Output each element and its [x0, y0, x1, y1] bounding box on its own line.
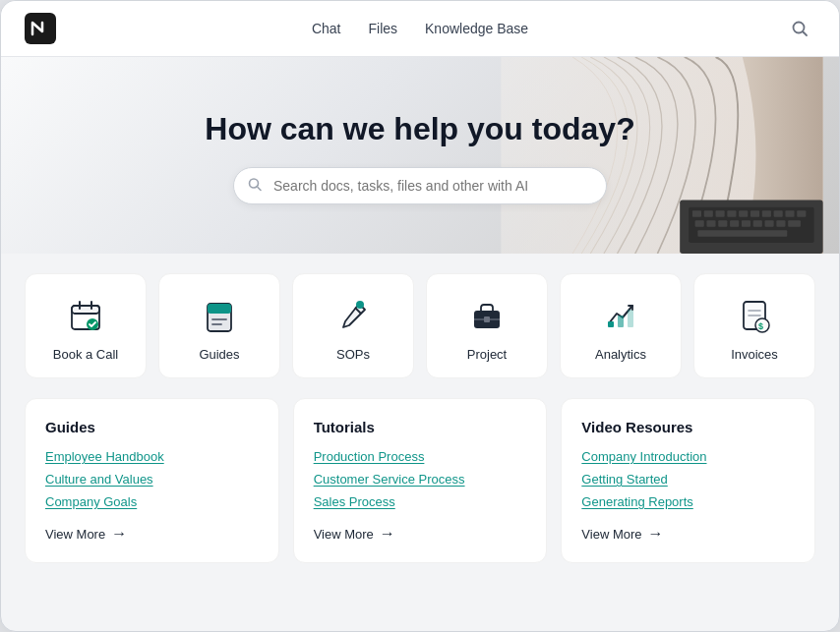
- analytics-icon: [599, 294, 642, 337]
- guides-section-card: Guides Employee Handbook Culture and Val…: [25, 398, 279, 563]
- svg-rect-22: [776, 220, 785, 226]
- svg-rect-13: [785, 210, 794, 216]
- svg-rect-39: [608, 321, 614, 327]
- search-icon: [247, 176, 263, 195]
- svg-rect-11: [762, 210, 771, 216]
- svg-point-35: [356, 301, 364, 309]
- svg-rect-3: [680, 200, 822, 254]
- svg-point-25: [250, 179, 259, 188]
- guides-links: Employee Handbook Culture and Values Com…: [45, 449, 259, 509]
- svg-rect-7: [716, 210, 725, 216]
- link-customer-service-process[interactable]: Customer Service Process: [314, 472, 527, 487]
- guides-section-title: Guides: [45, 419, 259, 435]
- video-resources-section-card: Video Resoures Company Introduction Gett…: [561, 398, 815, 563]
- link-employee-handbook[interactable]: Employee Handbook: [45, 449, 259, 464]
- action-analytics[interactable]: Analytics: [560, 273, 682, 378]
- header-right: [784, 13, 815, 44]
- link-culture-and-values[interactable]: Culture and Values: [45, 472, 259, 487]
- svg-rect-5: [692, 210, 701, 216]
- action-guides[interactable]: Guides: [158, 273, 280, 378]
- header: Chat Files Knowledge Base: [1, 1, 839, 57]
- action-project[interactable]: Project: [426, 273, 548, 378]
- nav-chat[interactable]: Chat: [312, 21, 341, 36]
- logo[interactable]: [25, 13, 56, 44]
- action-invoices-label: Invoices: [731, 347, 778, 362]
- search-icon-button[interactable]: [784, 13, 815, 44]
- arrow-right-icon: →: [380, 525, 395, 543]
- invoices-icon: $: [733, 294, 776, 337]
- svg-rect-20: [753, 220, 762, 226]
- nav-files[interactable]: Files: [368, 21, 397, 36]
- hero-search-container: [233, 167, 607, 204]
- svg-rect-14: [797, 210, 806, 216]
- arrow-right-icon: →: [111, 525, 127, 543]
- action-sops-label: SOPs: [336, 347, 370, 362]
- svg-rect-16: [706, 220, 715, 226]
- action-analytics-label: Analytics: [595, 347, 646, 362]
- main-content: Book a Call Guides: [1, 254, 839, 587]
- search-input[interactable]: [233, 167, 607, 204]
- link-company-goals[interactable]: Company Goals: [45, 494, 259, 509]
- sections-grid: Guides Employee Handbook Culture and Val…: [25, 398, 815, 563]
- quick-actions-grid: Book a Call Guides: [25, 273, 815, 378]
- svg-point-1: [794, 23, 805, 33]
- svg-text:$: $: [758, 321, 763, 331]
- svg-rect-19: [742, 220, 750, 226]
- guides-view-more[interactable]: View More →: [45, 525, 259, 543]
- svg-rect-2: [501, 57, 822, 254]
- action-guides-label: Guides: [199, 347, 239, 362]
- svg-rect-17: [718, 220, 727, 226]
- video-resources-section-title: Video Resoures: [581, 419, 795, 435]
- svg-rect-23: [788, 220, 801, 226]
- svg-rect-27: [72, 306, 99, 314]
- link-production-process[interactable]: Production Process: [314, 449, 527, 464]
- link-generating-reports[interactable]: Generating Reports: [581, 494, 795, 509]
- svg-rect-12: [774, 210, 783, 216]
- hero-visual: [485, 57, 839, 254]
- tutorials-links: Production Process Customer Service Proc…: [314, 449, 527, 509]
- link-getting-started[interactable]: Getting Started: [581, 472, 795, 487]
- guide-icon: [198, 294, 241, 337]
- svg-rect-32: [208, 304, 231, 314]
- svg-rect-41: [628, 310, 633, 327]
- calendar-check-icon: [64, 294, 107, 337]
- app-container: Chat Files Knowledge Base: [0, 0, 840, 632]
- svg-rect-15: [695, 220, 704, 226]
- search-icon: [791, 20, 809, 37]
- svg-rect-38: [484, 316, 490, 322]
- video-resources-view-more[interactable]: View More →: [581, 525, 795, 543]
- pen-icon: [331, 294, 375, 337]
- hero-title: How can we help you today?: [205, 111, 634, 147]
- link-company-introduction[interactable]: Company Introduction: [581, 449, 795, 464]
- svg-rect-24: [697, 230, 787, 236]
- tutorials-view-more[interactable]: View More →: [314, 525, 527, 543]
- link-sales-process[interactable]: Sales Process: [314, 494, 527, 509]
- svg-rect-18: [730, 220, 739, 226]
- arrow-right-icon: →: [648, 525, 664, 543]
- svg-rect-21: [765, 220, 774, 226]
- video-resources-links: Company Introduction Getting Started Gen…: [581, 449, 795, 509]
- action-book-a-call-label: Book a Call: [53, 347, 118, 362]
- svg-rect-6: [704, 210, 713, 216]
- nav-knowledge-base[interactable]: Knowledge Base: [425, 21, 528, 36]
- svg-rect-10: [750, 210, 759, 216]
- tutorials-section-title: Tutorials: [314, 419, 527, 435]
- main-nav: Chat Files Knowledge Base: [312, 21, 528, 36]
- svg-rect-40: [618, 316, 624, 327]
- svg-rect-9: [739, 210, 748, 216]
- action-sops[interactable]: SOPs: [292, 273, 414, 378]
- action-book-a-call[interactable]: Book a Call: [25, 273, 147, 378]
- tutorials-section-card: Tutorials Production Process Customer Se…: [293, 398, 548, 563]
- briefcase-icon: [465, 294, 509, 337]
- action-invoices[interactable]: $ Invoices: [693, 273, 815, 378]
- svg-rect-8: [727, 210, 736, 216]
- action-project-label: Project: [467, 347, 507, 362]
- hero-section: How can we help you today?: [1, 57, 839, 254]
- svg-rect-4: [689, 207, 813, 243]
